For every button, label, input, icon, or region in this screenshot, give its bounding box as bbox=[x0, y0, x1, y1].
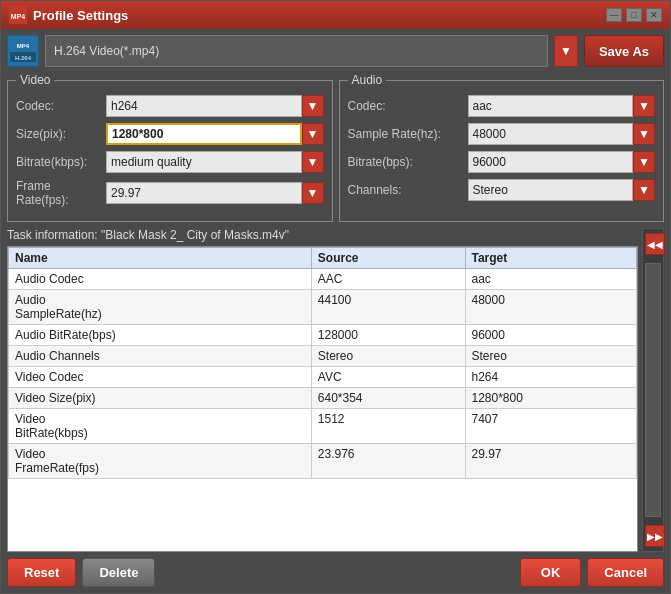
reset-button[interactable]: Reset bbox=[7, 558, 76, 587]
close-button[interactable]: ✕ bbox=[646, 8, 662, 22]
window-title: Profile Settings bbox=[33, 8, 600, 23]
window-controls: — □ ✕ bbox=[606, 8, 662, 22]
audio-bitrate-value: 96000 bbox=[468, 151, 634, 173]
left-buttons: Reset Delete bbox=[7, 558, 155, 587]
cell-source: 128000 bbox=[311, 325, 465, 346]
audio-bitrate-dropdown[interactable]: ▼ bbox=[633, 151, 655, 173]
cell-name: Audio SampleRate(hz) bbox=[9, 290, 312, 325]
cancel-button[interactable]: Cancel bbox=[587, 558, 664, 587]
audio-panel: Audio Codec: aac ▼ Sample Rate(hz): 4800… bbox=[339, 73, 665, 222]
bottom-buttons: Reset Delete OK Cancel bbox=[7, 558, 664, 587]
table-row: Audio SampleRate(hz)4410048000 bbox=[9, 290, 637, 325]
cell-source: 640*354 bbox=[311, 388, 465, 409]
task-table-wrapper[interactable]: Name Source Target Audio CodecAACaacAudi… bbox=[7, 246, 638, 552]
audio-channels-label: Channels: bbox=[348, 183, 468, 197]
panels-row: Video Codec: h264 ▼ Size(pix): 1280*800 … bbox=[7, 73, 664, 222]
audio-codec-row: Codec: aac ▼ bbox=[348, 95, 656, 117]
cell-name: Video BitRate(kbps) bbox=[9, 409, 312, 444]
table-row: Audio CodecAACaac bbox=[9, 269, 637, 290]
video-framerate-value: 29.97 bbox=[106, 182, 302, 204]
cell-source: Stereo bbox=[311, 346, 465, 367]
cell-target: Stereo bbox=[465, 346, 637, 367]
table-row: Video Size(pix)640*3541280*800 bbox=[9, 388, 637, 409]
video-size-dropdown[interactable]: ▼ bbox=[302, 123, 324, 145]
app-icon: MP4 bbox=[9, 6, 27, 24]
video-codec-row: Codec: h264 ▼ bbox=[16, 95, 324, 117]
audio-samplerate-row: Sample Rate(hz): 48000 ▼ bbox=[348, 123, 656, 145]
format-dropdown-arrow[interactable]: ▼ bbox=[554, 35, 578, 67]
ok-button[interactable]: OK bbox=[520, 558, 582, 587]
cell-name: Audio BitRate(bps) bbox=[9, 325, 312, 346]
format-select[interactable]: H.264 Video(*.mp4) bbox=[45, 35, 548, 67]
title-bar: MP4 Profile Settings — □ ✕ bbox=[1, 1, 670, 29]
cell-target: 1280*800 bbox=[465, 388, 637, 409]
audio-samplerate-value: 48000 bbox=[468, 123, 634, 145]
col-source: Source bbox=[311, 248, 465, 269]
task-table: Name Source Target Audio CodecAACaacAudi… bbox=[8, 247, 637, 479]
cell-source: 1512 bbox=[311, 409, 465, 444]
save-as-button[interactable]: Save As bbox=[584, 35, 664, 67]
audio-bitrate-label: Bitrate(bps): bbox=[348, 155, 468, 169]
video-bitrate-row: Bitrate(kbps): medium quality ▼ bbox=[16, 151, 324, 173]
video-panel: Video Codec: h264 ▼ Size(pix): 1280*800 … bbox=[7, 73, 333, 222]
video-codec-dropdown[interactable]: ▼ bbox=[302, 95, 324, 117]
table-row: Audio ChannelsStereoStereo bbox=[9, 346, 637, 367]
cell-name: Video FrameRate(fps) bbox=[9, 444, 312, 479]
svg-text:MP4: MP4 bbox=[17, 43, 30, 49]
minimize-button[interactable]: — bbox=[606, 8, 622, 22]
audio-bitrate-row: Bitrate(bps): 96000 ▼ bbox=[348, 151, 656, 173]
video-codec-label: Codec: bbox=[16, 99, 106, 113]
video-size-value[interactable]: 1280*800 bbox=[106, 123, 302, 145]
cell-name: Video Size(pix) bbox=[9, 388, 312, 409]
audio-channels-value: Stereo bbox=[468, 179, 634, 201]
maximize-button[interactable]: □ bbox=[626, 8, 642, 22]
cell-target: aac bbox=[465, 269, 637, 290]
video-size-label: Size(pix): bbox=[16, 127, 106, 141]
audio-channels-dropdown[interactable]: ▼ bbox=[633, 179, 655, 201]
video-panel-title: Video bbox=[16, 73, 54, 87]
col-name: Name bbox=[9, 248, 312, 269]
task-label: Task information: "Black Mask 2_ City of… bbox=[7, 228, 638, 242]
audio-samplerate-dropdown[interactable]: ▼ bbox=[633, 123, 655, 145]
cell-target: 48000 bbox=[465, 290, 637, 325]
table-row: Video CodecAVCh264 bbox=[9, 367, 637, 388]
next-arrow[interactable]: ▶▶ bbox=[645, 525, 665, 547]
task-area: Task information: "Black Mask 2_ City of… bbox=[7, 228, 664, 552]
main-window: MP4 Profile Settings — □ ✕ MP4 H.264 H.2… bbox=[0, 0, 671, 594]
video-framerate-dropdown[interactable]: ▼ bbox=[302, 182, 324, 204]
table-row: Video BitRate(kbps)15127407 bbox=[9, 409, 637, 444]
right-buttons: OK Cancel bbox=[520, 558, 664, 587]
cell-name: Audio Codec bbox=[9, 269, 312, 290]
cell-target: 29.97 bbox=[465, 444, 637, 479]
audio-channels-row: Channels: Stereo ▼ bbox=[348, 179, 656, 201]
cell-target: 7407 bbox=[465, 409, 637, 444]
cell-target: h264 bbox=[465, 367, 637, 388]
audio-codec-value: aac bbox=[468, 95, 634, 117]
content-area: MP4 H.264 H.264 Video(*.mp4) ▼ Save As V… bbox=[1, 29, 670, 593]
table-row: Video FrameRate(fps)23.97629.97 bbox=[9, 444, 637, 479]
audio-codec-label: Codec: bbox=[348, 99, 468, 113]
prev-arrow[interactable]: ◀◀ bbox=[645, 233, 665, 255]
cell-source: 23.976 bbox=[311, 444, 465, 479]
delete-button[interactable]: Delete bbox=[82, 558, 155, 587]
scrollbar-track bbox=[645, 263, 661, 517]
video-codec-value: h264 bbox=[106, 95, 302, 117]
audio-codec-dropdown[interactable]: ▼ bbox=[633, 95, 655, 117]
video-size-row: Size(pix): 1280*800 ▼ bbox=[16, 123, 324, 145]
video-bitrate-dropdown[interactable]: ▼ bbox=[302, 151, 324, 173]
video-bitrate-value: medium quality bbox=[106, 151, 302, 173]
table-section: Task information: "Black Mask 2_ City of… bbox=[7, 228, 638, 552]
video-framerate-row: Frame Rate(fps): 29.97 ▼ bbox=[16, 179, 324, 207]
cell-name: Video Codec bbox=[9, 367, 312, 388]
audio-samplerate-label: Sample Rate(hz): bbox=[348, 127, 468, 141]
format-icon: MP4 H.264 bbox=[7, 35, 39, 67]
svg-text:MP4: MP4 bbox=[11, 13, 26, 20]
audio-panel-title: Audio bbox=[348, 73, 387, 87]
video-bitrate-label: Bitrate(kbps): bbox=[16, 155, 106, 169]
cell-source: AAC bbox=[311, 269, 465, 290]
table-row: Audio BitRate(bps)12800096000 bbox=[9, 325, 637, 346]
video-framerate-label: Frame Rate(fps): bbox=[16, 179, 106, 207]
cell-target: 96000 bbox=[465, 325, 637, 346]
nav-arrows: ◀◀ ▶▶ bbox=[642, 228, 664, 552]
cell-source: AVC bbox=[311, 367, 465, 388]
